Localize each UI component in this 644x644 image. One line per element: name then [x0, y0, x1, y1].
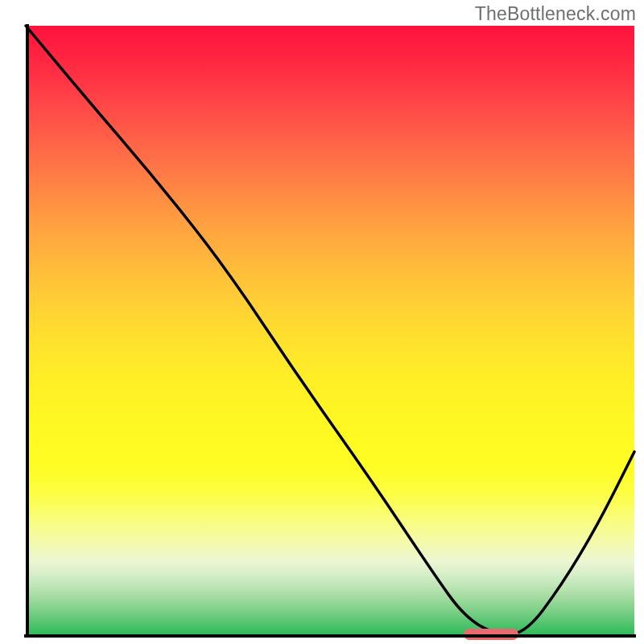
y-axis	[26, 24, 29, 636]
bottleneck-curve	[26, 26, 634, 634]
x-axis	[24, 634, 636, 638]
watermark-text: TheBottleneck.com	[475, 3, 636, 25]
chart-container: TheBottleneck.com	[0, 0, 644, 644]
